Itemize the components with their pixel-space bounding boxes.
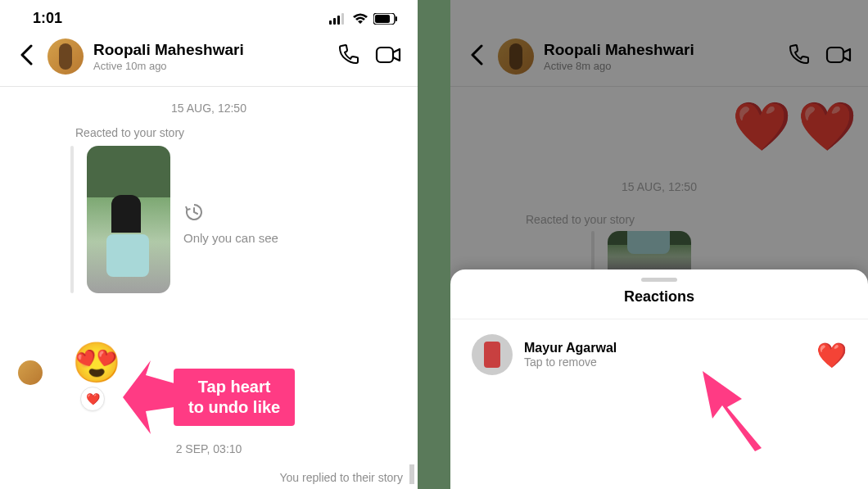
phone-screenshot-left: 1:01 Roopali Maheshwari Active 10m ago 1…	[0, 0, 418, 489]
video-call-button[interactable]	[375, 43, 403, 70]
callout-line2: to undo like	[188, 397, 280, 418]
sheet-grabber[interactable]	[641, 278, 677, 282]
only-you-text: Only you can see	[183, 231, 278, 245]
timestamp-2: 2 SEP, 03:10	[0, 442, 418, 455]
only-you-block: Only you can see	[183, 146, 278, 245]
chat-name: Roopali Maheshwari	[93, 41, 326, 60]
signal-icon	[329, 13, 347, 25]
story-thumbnail[interactable]	[87, 146, 170, 293]
audio-call-button[interactable]	[336, 43, 360, 70]
reactions-sheet: Reactions Mayur Agarwal Tap to remove ❤️	[450, 269, 868, 489]
svg-rect-3	[341, 13, 344, 25]
story-bar	[70, 146, 74, 293]
callout-annotation: Tap heart to undo like	[123, 360, 295, 434]
battery-icon	[373, 13, 398, 25]
svg-rect-7	[377, 48, 393, 62]
reaction-subtitle: Tap to remove	[524, 355, 617, 369]
header-name-block[interactable]: Roopali Maheshwari Active 10m ago	[93, 41, 326, 72]
svg-rect-1	[333, 18, 336, 25]
status-bar: 1:01	[0, 0, 418, 34]
svg-rect-0	[329, 20, 332, 25]
reaction-heart-icon: ❤️	[816, 341, 847, 369]
svg-rect-2	[337, 16, 340, 25]
status-time: 1:01	[33, 10, 62, 27]
wifi-icon	[352, 13, 368, 25]
back-button[interactable]	[15, 41, 38, 73]
reaction-row[interactable]: Mayur Agarwal Tap to remove ❤️	[450, 319, 868, 390]
chat-status: Active 10m ago	[93, 60, 326, 72]
arrow-annotation	[688, 366, 778, 460]
emoji-reaction[interactable]: 😍	[72, 339, 121, 386]
callout-line1: Tap heart	[188, 377, 280, 397]
phone-screenshot-right: x Roopali Maheshwari Active 8m ago ❤️ ❤️…	[450, 0, 868, 489]
reacted-label: Reacted to your story	[0, 126, 418, 146]
sender-avatar[interactable]	[18, 360, 43, 385]
reaction-avatar	[472, 334, 513, 375]
replied-label: You replied to their story	[280, 471, 403, 484]
timestamp: 15 AUG, 12:50	[0, 87, 418, 126]
history-icon	[183, 201, 205, 223]
story-reaction-row: Only you can see	[0, 146, 418, 293]
status-icons	[329, 13, 398, 25]
svg-rect-6	[396, 16, 397, 21]
scroll-indicator	[409, 464, 414, 484]
sheet-title: Reactions	[450, 288, 868, 319]
chat-header: Roopali Maheshwari Active 10m ago	[0, 34, 418, 87]
reaction-name: Mayur Agarwal	[524, 341, 617, 355]
avatar[interactable]	[47, 38, 84, 75]
heart-icon: ❤️	[86, 392, 100, 405]
like-heart-badge[interactable]: ❤️	[80, 387, 105, 411]
svg-rect-5	[375, 15, 390, 23]
